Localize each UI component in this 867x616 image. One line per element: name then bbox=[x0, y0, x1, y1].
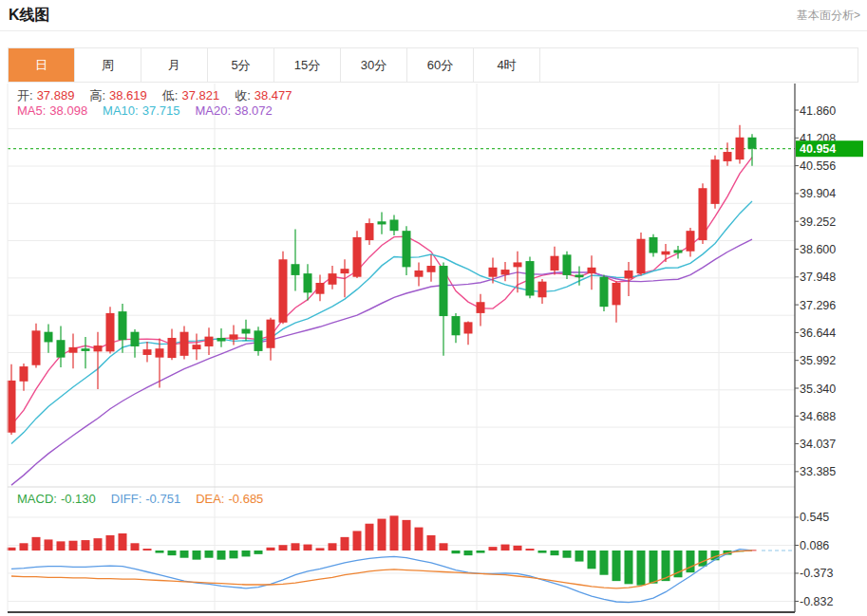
candle-body[interactable] bbox=[748, 138, 757, 149]
candle-body[interactable] bbox=[366, 223, 374, 240]
candle-body[interactable] bbox=[538, 282, 547, 298]
candle-body[interactable] bbox=[254, 330, 263, 351]
candle-body[interactable] bbox=[501, 270, 510, 274]
candle-body[interactable] bbox=[613, 283, 621, 305]
macd-bar[interactable] bbox=[193, 551, 201, 560]
macd-bar[interactable] bbox=[427, 535, 436, 551]
macd-bar[interactable] bbox=[94, 538, 103, 551]
interval-tab-2[interactable]: 月 bbox=[141, 48, 208, 82]
interval-tab-6[interactable]: 60分 bbox=[407, 48, 474, 82]
candle-body[interactable] bbox=[514, 262, 522, 267]
candle-body[interactable] bbox=[489, 268, 498, 277]
candle-body[interactable] bbox=[180, 332, 189, 356]
candle-body[interactable] bbox=[45, 332, 53, 343]
candle-body[interactable] bbox=[575, 274, 584, 277]
interval-tab-4[interactable]: 15分 bbox=[274, 48, 341, 82]
candle-body[interactable] bbox=[193, 345, 201, 349]
candle-body[interactable] bbox=[637, 239, 646, 273]
candle-body[interactable] bbox=[526, 261, 535, 295]
candle-body[interactable] bbox=[378, 221, 386, 224]
macd-bar[interactable] bbox=[366, 524, 374, 551]
macd-bar[interactable] bbox=[304, 545, 312, 551]
candle-body[interactable] bbox=[94, 345, 103, 351]
candle-body[interactable] bbox=[57, 340, 66, 357]
candle-body[interactable] bbox=[477, 302, 485, 313]
macd-bar[interactable] bbox=[625, 551, 633, 584]
macd-bar[interactable] bbox=[341, 537, 349, 551]
candle-body[interactable] bbox=[230, 334, 238, 339]
candle-body[interactable] bbox=[82, 348, 90, 351]
candle-body[interactable] bbox=[625, 271, 633, 279]
interval-tab-1[interactable]: 周 bbox=[75, 48, 141, 82]
macd-bar[interactable] bbox=[353, 531, 362, 551]
candle-body[interactable] bbox=[600, 277, 609, 307]
candle-body[interactable] bbox=[724, 152, 732, 161]
macd-bar[interactable] bbox=[20, 543, 28, 551]
macd-bar[interactable] bbox=[230, 551, 238, 558]
candle-body[interactable] bbox=[292, 264, 300, 275]
candle-body[interactable] bbox=[217, 338, 226, 342]
macd-bar[interactable] bbox=[563, 551, 572, 558]
macd-bar[interactable] bbox=[403, 520, 411, 551]
candle-body[interactable] bbox=[415, 271, 424, 277]
candle-body[interactable] bbox=[563, 254, 572, 275]
macd-bar[interactable] bbox=[32, 537, 41, 551]
macd-bar[interactable] bbox=[477, 551, 485, 553]
macd-bar[interactable] bbox=[588, 551, 596, 569]
macd-bar[interactable] bbox=[637, 551, 646, 586]
candle-body[interactable] bbox=[390, 219, 399, 231]
candle-body[interactable] bbox=[20, 366, 28, 382]
macd-bar[interactable] bbox=[378, 519, 386, 551]
candle-body[interactable] bbox=[464, 322, 473, 333]
macd-bar[interactable] bbox=[440, 543, 448, 551]
macd-bar[interactable] bbox=[292, 543, 300, 551]
candle-body[interactable] bbox=[279, 259, 288, 323]
candle-body[interactable] bbox=[119, 311, 127, 340]
candle-body[interactable] bbox=[662, 252, 670, 255]
macd-bar[interactable] bbox=[452, 551, 461, 553]
candle-body[interactable] bbox=[452, 316, 461, 335]
macd-bar[interactable] bbox=[180, 551, 189, 558]
candle-body[interactable] bbox=[106, 313, 115, 351]
candle-body[interactable] bbox=[687, 231, 695, 252]
candle-body[interactable] bbox=[205, 337, 214, 346]
macd-bar[interactable] bbox=[205, 551, 214, 558]
macd-bar[interactable] bbox=[279, 545, 288, 551]
macd-bar[interactable] bbox=[501, 545, 510, 551]
macd-bar[interactable] bbox=[600, 551, 609, 575]
candle-body[interactable] bbox=[304, 273, 312, 292]
macd-bar[interactable] bbox=[57, 541, 66, 551]
candle-body[interactable] bbox=[440, 266, 448, 316]
candle-body[interactable] bbox=[329, 273, 337, 285]
candle-body[interactable] bbox=[711, 159, 720, 204]
fundamental-analysis-link[interactable]: 基本面分析> bbox=[797, 8, 860, 24]
macd-bar[interactable] bbox=[106, 535, 115, 551]
candle-body[interactable] bbox=[242, 329, 251, 334]
interval-tab-0[interactable]: 日 bbox=[9, 48, 75, 82]
macd-bar[interactable] bbox=[613, 551, 621, 581]
candle-body[interactable] bbox=[168, 338, 177, 358]
candle-body[interactable] bbox=[8, 381, 16, 433]
candle-body[interactable] bbox=[316, 283, 325, 294]
macd-bar[interactable] bbox=[267, 548, 275, 551]
candle-body[interactable] bbox=[736, 138, 744, 159]
macd-bar[interactable] bbox=[82, 540, 90, 551]
macd-bar[interactable] bbox=[45, 539, 53, 551]
macd-bar[interactable] bbox=[464, 551, 473, 555]
macd-bar[interactable] bbox=[526, 549, 535, 551]
macd-bar[interactable] bbox=[699, 551, 707, 567]
candle-body[interactable] bbox=[699, 188, 707, 240]
macd-bar[interactable] bbox=[316, 548, 325, 551]
macd-bar[interactable] bbox=[329, 543, 337, 551]
macd-bar[interactable] bbox=[575, 551, 584, 562]
macd-bar[interactable] bbox=[217, 551, 226, 560]
candle-body[interactable] bbox=[588, 268, 596, 273]
candle-body[interactable] bbox=[650, 237, 658, 253]
macd-bar[interactable] bbox=[650, 551, 658, 584]
kline-chart[interactable]: 41.86041.20840.55639.90439.25238.60037.9… bbox=[0, 84, 867, 616]
macd-bar[interactable] bbox=[254, 551, 263, 554]
candle-body[interactable] bbox=[131, 332, 140, 346]
macd-bar[interactable] bbox=[538, 551, 547, 553]
candle-body[interactable] bbox=[69, 347, 78, 353]
candle-body[interactable] bbox=[341, 269, 349, 273]
